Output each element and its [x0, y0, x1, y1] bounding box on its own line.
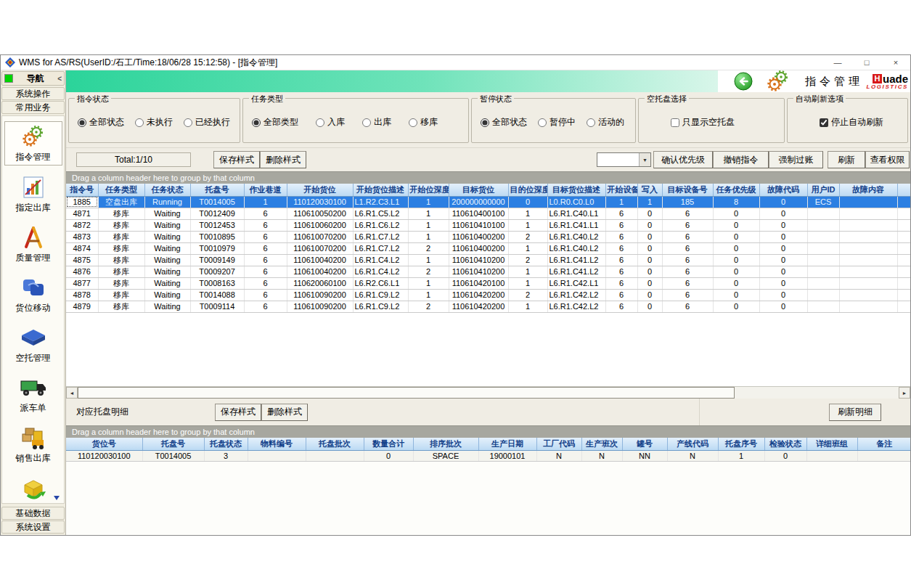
radio-option[interactable]: 活动的 [587, 116, 624, 128]
table-cell: 6 [662, 301, 713, 312]
radio-option[interactable]: 已经执行 [184, 116, 230, 128]
table-row[interactable]: 4875移库WaitingT00091496110610040200L6.R1.… [66, 254, 910, 266]
column-header[interactable]: 用户ID [807, 184, 839, 196]
column-header[interactable]: 产线代码 [667, 438, 718, 450]
scrollbar-thumb[interactable] [78, 387, 735, 399]
column-header[interactable]: 备注 [857, 438, 910, 450]
column-header[interactable]: 开始设备 [605, 184, 637, 196]
column-header[interactable]: 托盘号 [142, 438, 204, 450]
column-header[interactable]: 托盘序号 [718, 438, 764, 450]
table-cell [807, 231, 839, 242]
table-cell: 移库 [98, 231, 144, 242]
sidebar-item[interactable]: 派车单 [4, 373, 62, 416]
cancel-command-button[interactable]: 撤销指令 [713, 151, 769, 168]
radio-option[interactable]: 入库 [316, 116, 345, 128]
overflow-down-icon[interactable] [53, 495, 60, 501]
force-post-button[interactable]: 强制过账 [769, 151, 823, 168]
sidebar-section-common-business[interactable]: 常用业务 [1, 101, 65, 114]
titlebar[interactable]: WMS for AS/RS(UserID:/石工/Time:18/06/28 1… [1, 55, 910, 70]
sidebar-item[interactable]: 质量管理 [4, 223, 62, 266]
table-row[interactable]: 110120030100T001400530SPACE19000101NNNNN… [66, 450, 910, 461]
back-button[interactable] [734, 72, 753, 91]
radio-option[interactable]: 暂停中 [538, 116, 576, 128]
table-cell: 6 [244, 277, 287, 289]
column-header[interactable]: 数量合计 [364, 438, 413, 450]
refresh-detail-button[interactable]: 刷新明细 [829, 404, 881, 421]
column-header[interactable]: 作业巷道 [244, 184, 287, 196]
sidebar-item-system-settings[interactable]: 系统设置 [1, 520, 65, 534]
radio-option[interactable]: 全部状态 [78, 116, 124, 128]
table-cell: 0 [759, 277, 807, 289]
sidebar-item-system-ops[interactable]: 系统操作 [1, 87, 65, 100]
table-row[interactable]: 1885空盘出库RunningT00140051110120030100L1.R… [66, 196, 910, 208]
column-header[interactable]: 目标货位 [449, 184, 508, 196]
column-header[interactable]: 工厂代码 [536, 438, 581, 450]
radio-option[interactable]: 出库 [362, 116, 391, 128]
checkbox-option[interactable]: 只显示空托盘 [671, 116, 735, 128]
detail-save-style-button[interactable]: 保存样式 [215, 404, 261, 421]
save-style-button[interactable]: 保存样式 [213, 151, 260, 168]
sidebar-item[interactable]: 指令管理 [4, 121, 62, 166]
column-header[interactable]: 写入 [637, 184, 662, 196]
sidebar-item[interactable]: 指定出库 [4, 173, 62, 216]
column-header[interactable]: 开始位深度 [408, 184, 449, 196]
radio-option[interactable]: 未执行 [135, 116, 173, 128]
column-header[interactable]: 任务状态 [144, 184, 190, 196]
table-row[interactable]: 4879移库WaitingT00091146110610090200L6.R1.… [66, 301, 910, 312]
column-header[interactable]: 排序批次 [413, 438, 478, 450]
scroll-left-icon[interactable]: ◄ [66, 387, 78, 399]
horizontal-scrollbar[interactable]: ◄ ► [66, 386, 910, 399]
detail-delete-style-button[interactable]: 删除样式 [261, 404, 308, 421]
table-row[interactable]: 4873移库WaitingT00108956110610070200L6.R1.… [66, 231, 910, 242]
refresh-button[interactable]: 刷新 [828, 151, 865, 168]
column-header[interactable]: 指令号 [66, 184, 98, 196]
sidebar-item-base-data[interactable]: 基础数据 [1, 507, 65, 520]
column-header[interactable]: 任务优先级 [713, 184, 759, 196]
column-header[interactable]: 托盘号 [190, 184, 244, 196]
table-cell: 4878 [66, 289, 98, 301]
column-header[interactable]: 生产班次 [581, 438, 622, 450]
column-header[interactable]: 开始货位描述 [353, 184, 408, 196]
table-row[interactable]: 4872移库WaitingT00124536110610060200L6.R1.… [66, 219, 910, 231]
column-header[interactable]: 检验状态 [764, 438, 806, 450]
table-row[interactable]: 4877移库WaitingT00081636110620060100L6.R2.… [66, 277, 910, 289]
table-row[interactable]: 4878移库WaitingT00140886110610090200L6.R1.… [66, 289, 910, 301]
column-header[interactable]: 货位号 [66, 438, 142, 450]
table-row[interactable]: 4871移库WaitingT00124096110610050200L6.R1.… [66, 208, 910, 219]
column-header[interactable]: 故障代码 [759, 184, 807, 196]
column-header[interactable]: 详细班组 [806, 438, 857, 450]
priority-combobox[interactable]: ▼ [597, 152, 651, 167]
sidebar-item[interactable]: 空托管理 [4, 323, 62, 366]
table-row[interactable]: 4874移库WaitingT00109796110610070200L6.R1.… [66, 242, 910, 254]
column-header[interactable]: 任务类型 [98, 184, 144, 196]
scroll-right-icon[interactable]: ► [899, 387, 910, 399]
table-row[interactable]: 4876移库WaitingT00092076110610040200L6.R1.… [66, 266, 910, 277]
radio-option[interactable]: 全部类型 [252, 116, 298, 128]
close-button[interactable]: × [881, 55, 910, 70]
delete-style-button[interactable]: 删除样式 [260, 151, 306, 168]
column-header[interactable] [897, 184, 910, 196]
column-header[interactable]: 目标设备号 [662, 184, 713, 196]
confirm-priority-button[interactable]: 确认优先级 [653, 151, 713, 168]
view-permission-button[interactable]: 查看权限 [865, 151, 910, 168]
column-header[interactable]: 目的位深度 [508, 184, 547, 196]
column-header[interactable]: 开始货位 [287, 184, 353, 196]
maximize-button[interactable]: □ [852, 55, 881, 70]
radio-option[interactable]: 移库 [409, 116, 438, 128]
column-header[interactable]: 目标货位描述 [547, 184, 605, 196]
column-header[interactable]: 托盘状态 [204, 438, 248, 450]
checkbox-option[interactable]: 停止自动刷新 [820, 116, 883, 128]
sidebar-item[interactable]: 销售出库 [4, 423, 62, 466]
collapse-icon[interactable]: < [57, 75, 62, 83]
column-header[interactable]: 生产日期 [478, 438, 536, 450]
sidebar-item[interactable]: 货位移动 [4, 273, 62, 316]
chevron-down-icon[interactable]: ▼ [639, 153, 650, 166]
table-cell: L6.R1.C6.L2 [353, 219, 408, 231]
column-header[interactable]: 罐号 [622, 438, 667, 450]
column-header[interactable]: 物料编号 [248, 438, 306, 450]
column-header[interactable]: 托盘批次 [306, 438, 364, 450]
minimize-button[interactable]: — [823, 55, 852, 70]
column-header[interactable]: 故障内容 [839, 184, 897, 196]
radio-option[interactable]: 全部状态 [481, 116, 527, 128]
table-cell [806, 450, 857, 461]
